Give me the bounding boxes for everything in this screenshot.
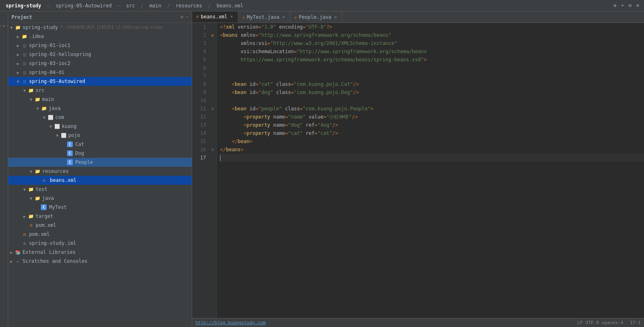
xml-tag-close-bean: bean <box>238 137 249 146</box>
src-breadcrumb[interactable]: src <box>123 2 137 9</box>
xml-val-class-people: "com.kuang.pojo.People" <box>303 105 370 113</box>
tab-mytest-java[interactable]: ☕ MyTest.java × <box>238 11 290 23</box>
tree-item-dog[interactable]: ▶ C Dog <box>8 149 192 158</box>
tab-beans-xml[interactable]: ⚙ beans.xml × <box>192 11 238 23</box>
module-title[interactable]: spring-05-Autowired <box>53 2 114 9</box>
project-title[interactable]: spring-study <box>3 2 44 9</box>
arrow-pojo: ▼ <box>54 132 61 139</box>
status-line: 17 <box>630 320 635 325</box>
tree-item-pom-root[interactable]: ▶ m pom.xml <box>8 230 192 239</box>
path-spring-study: F:\班级管理\西开【19525】\2.代码\spring-study <box>61 25 163 30</box>
class-icon-cat: C <box>67 141 73 147</box>
xml-eq13: = <box>323 113 326 121</box>
pkg-icon-kuang: ⬜ <box>54 123 61 130</box>
sidebar-content[interactable]: ▼ 📁 spring-study F:\班级管理\西开【19525】\2.代码\… <box>8 23 192 327</box>
tree-item-spring-study[interactable]: ▼ 📁 spring-study F:\班级管理\西开【19525】\2.代码\… <box>8 23 192 32</box>
xml-val-class-dog: "com.kuang.pojo.Dog" <box>294 88 353 96</box>
tree-item-pom-module[interactable]: ▶ m pom.xml <box>8 221 192 230</box>
tree-item-spring05[interactable]: ▼ ◫ spring-05-Autowired <box>8 77 192 86</box>
xml-text-15 <box>220 137 232 146</box>
tree-item-com[interactable]: ▼ ⬜ com <box>8 113 192 122</box>
xml-tag-prop-name: property <box>247 113 273 121</box>
arrow-com: ▼ <box>41 114 47 121</box>
status-col: 1 <box>638 320 641 325</box>
label-test-java: java <box>42 195 54 201</box>
tab-close-beans[interactable]: × <box>229 13 234 20</box>
ln-15: 15 <box>192 137 206 146</box>
tree-item-java[interactable]: ▼ 📁 java <box>8 104 192 113</box>
tree-item-src[interactable]: ▼ 📁 src <box>8 86 192 95</box>
status-url[interactable]: http://blog.kuangstudy.com <box>195 320 266 325</box>
tree-item-ext-lib[interactable]: ▶ 📚 External Libraries <box>8 248 192 257</box>
tree-item-iml[interactable]: ▶ ⚙ spring-study.iml <box>8 239 192 248</box>
add-icon[interactable]: + <box>619 2 626 9</box>
label-spring02: spring-02-hellospring <box>29 52 91 57</box>
gutter-11: ▽ <box>209 105 217 113</box>
xml-attr-name-dog: name <box>273 121 285 129</box>
arrow-spring03: ▶ <box>15 60 21 67</box>
editor-content[interactable]: 1 2 3 4 5 6 7 8 9 10 11 12 13 14 15 16 1… <box>192 23 644 318</box>
tab-close-mytest[interactable]: × <box>281 14 286 20</box>
tree-item-test[interactable]: ▼ 📁 test <box>8 185 192 194</box>
xml-attr-class-people: class <box>285 105 300 113</box>
folder-icon-java: 📁 <box>41 105 47 112</box>
split-icon[interactable]: ⊟ <box>627 2 633 9</box>
main-layout: Fav Project ⚙ − ▼ 📁 spring-study F:\班级管理… <box>0 11 644 327</box>
status-pos: 17:1 <box>630 320 641 325</box>
arrow-resources: ▼ <box>28 168 34 175</box>
arrow-ext-lib: ▶ <box>8 249 15 255</box>
xml-eq14: = <box>285 121 288 129</box>
more-icon[interactable]: ≡ <box>635 2 641 9</box>
tree-item-cat[interactable]: ▶ C Cat <box>8 140 192 149</box>
tree-item-scratch[interactable]: ▶ ✏ Scratches and Consoles <box>8 257 192 266</box>
sidebar-settings-icon[interactable]: ⚙ <box>181 14 184 20</box>
file-breadcrumb[interactable]: beans.xml <box>214 2 246 9</box>
settings-icon[interactable]: ⚙ <box>612 2 618 9</box>
resources-breadcrumb[interactable]: resources <box>173 2 205 9</box>
code-area[interactable]: <?xml version="1.0" encoding="UTF-8"?> <… <box>217 23 644 318</box>
tree-item-pojo[interactable]: ▼ ⬜ pojo <box>8 131 192 140</box>
label-java: java <box>49 105 61 111</box>
code-line-17[interactable] <box>220 154 644 162</box>
sidebar-collapse-icon[interactable]: − <box>186 14 188 20</box>
tree-item-idea[interactable]: ▶ 📁 .idea <box>8 32 192 41</box>
xml-bracket-16a: </ <box>220 146 226 154</box>
tab-bar: ⚙ beans.xml × ☕ MyTest.java × ☕ People.j… <box>192 11 644 23</box>
tab-close-people[interactable]: × <box>333 14 338 20</box>
xml-bracket-9a: < <box>232 88 235 96</box>
xml-bracket-15a: </ <box>232 137 238 146</box>
tree-item-beans-xml[interactable]: ▶ ⚙ beans.xml <box>8 176 192 185</box>
scratch-icon: ✏ <box>15 258 21 264</box>
xml-val-ref-cat: "cat" <box>317 129 332 137</box>
tree-item-kuang[interactable]: ▼ ⬜ kuang <box>8 122 192 131</box>
tree-item-target[interactable]: ▶ 📁 target <box>8 212 192 221</box>
tab-people-java[interactable]: ☕ People.java × <box>290 11 342 23</box>
arrow-scratch: ▶ <box>8 258 15 264</box>
xml-bracket-11a: < <box>232 105 235 113</box>
ext-lib-icon: 📚 <box>15 249 21 255</box>
xml-eq2: = <box>303 23 305 31</box>
xml-eq12: = <box>285 113 288 121</box>
tree-item-spring04[interactable]: ▶ ◫ spring-04-di <box>8 68 192 77</box>
xml-attr-name-cat: name <box>273 129 285 137</box>
xml-tag-beans: beans <box>223 31 240 39</box>
tree-item-main[interactable]: ▼ 📁 main <box>8 95 192 104</box>
tree-item-test-java[interactable]: ▼ 📁 java <box>8 194 192 203</box>
tree-item-mytest[interactable]: ▶ C MyTest <box>8 203 192 212</box>
tree-item-spring01[interactable]: ▶ ◫ spring-01-ioc1 <box>8 41 192 50</box>
code-line-1: <?xml version="1.0" encoding="UTF-8"?> <box>220 23 644 31</box>
favorites-icon[interactable]: Fav <box>1 14 7 38</box>
label-src: src <box>36 87 45 93</box>
tree-item-spring02[interactable]: ▶ ◫ spring-02-hellospring <box>8 50 192 59</box>
tree-item-resources[interactable]: ▼ 📁 resources <box>8 167 192 176</box>
module-icon-spring04: ◫ <box>21 69 28 76</box>
tree-item-people[interactable]: ▶ C People <box>8 158 192 167</box>
ln-11: 11 <box>192 105 206 113</box>
main-breadcrumb[interactable]: main <box>147 2 164 9</box>
tree-item-spring03[interactable]: ▶ ◫ spring-03-ioc2 <box>8 59 192 68</box>
sidebar: Project ⚙ − ▼ 📁 spring-study F:\班级管理\西开【… <box>8 11 192 327</box>
label-kuang: kuang <box>62 123 76 129</box>
label-main: main <box>42 96 54 102</box>
xml-attr-id-people: id <box>249 105 255 113</box>
arrow-spring04: ▶ <box>15 69 21 76</box>
